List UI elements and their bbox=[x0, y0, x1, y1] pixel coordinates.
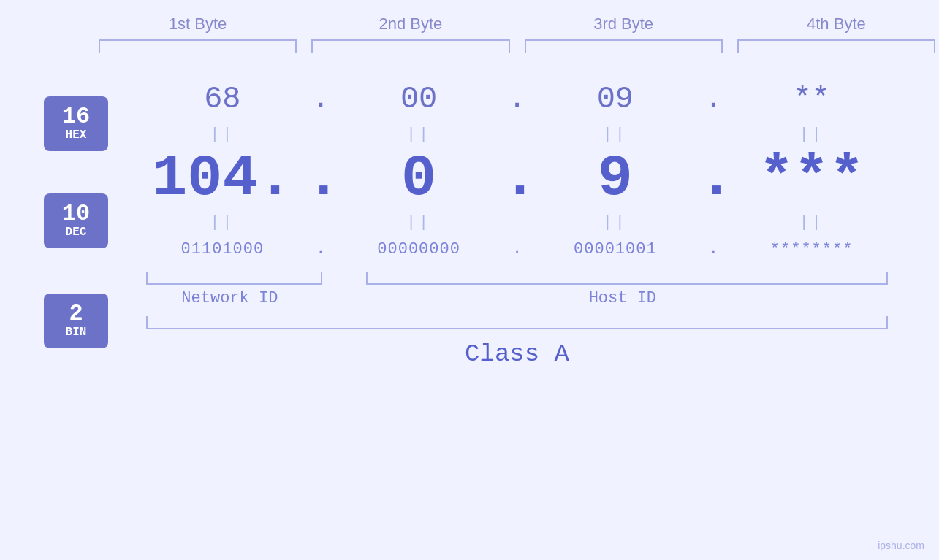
hex-b3: 09 bbox=[532, 74, 699, 124]
dec-b2: 0 bbox=[335, 146, 503, 212]
hex-d2: . bbox=[503, 74, 532, 124]
bin-data-row: 01101000 . 00000000 . 00001001 . *******… bbox=[139, 233, 895, 266]
eq2-b2: || bbox=[335, 213, 503, 231]
bracket-b4 bbox=[737, 39, 935, 53]
bracket-b1 bbox=[99, 39, 297, 53]
byte3-header: 3rd Byte bbox=[532, 15, 715, 39]
eq1-b2: || bbox=[335, 126, 503, 144]
eq2-b4: || bbox=[728, 213, 895, 231]
bin-b3: 00001001 bbox=[532, 233, 699, 266]
rows-area: 68 . 00 . 09 . ** || || || || 104. bbox=[139, 74, 895, 368]
bracket-b3 bbox=[525, 39, 723, 53]
top-brackets bbox=[91, 39, 939, 53]
dec-b1: 104. bbox=[139, 146, 306, 212]
eq1-b4: || bbox=[728, 126, 895, 144]
badges-col: 16 HEX 10 DEC 2 BIN bbox=[44, 74, 124, 368]
class-label: Class A bbox=[139, 340, 895, 368]
dec-data-row: 104. . 0 . 9 . *** bbox=[139, 145, 895, 212]
hex-d3: . bbox=[699, 74, 728, 124]
hex-data-row: 68 . 00 . 09 . ** bbox=[139, 74, 895, 124]
watermark: ipshu.com bbox=[878, 540, 924, 551]
eq2-b1: || bbox=[139, 213, 306, 231]
dec-d1: . bbox=[306, 145, 335, 212]
full-layout: 16 HEX 10 DEC 2 BIN 68 . 00 . 09 bbox=[44, 74, 895, 368]
byte2-header: 2nd Byte bbox=[319, 15, 502, 39]
bin-b1: 01101000 bbox=[139, 233, 306, 266]
inner-bracket-b1 bbox=[146, 272, 322, 285]
inner-bracket-b234 bbox=[366, 272, 888, 285]
eq1-b3: || bbox=[532, 126, 699, 144]
dec-b4: *** bbox=[728, 146, 895, 212]
host-id-label: Host ID bbox=[350, 289, 895, 307]
dec-d3: . bbox=[699, 145, 728, 212]
bin-b4: ******** bbox=[728, 233, 895, 266]
outer-bracket-row bbox=[139, 316, 895, 329]
main-container: 1st Byte 2nd Byte 3rd Byte 4th Byte 16 H… bbox=[0, 0, 939, 560]
dec-b3: 9 bbox=[532, 146, 699, 212]
eq1-b1: || bbox=[139, 126, 306, 144]
dec-d2: . bbox=[503, 145, 532, 212]
network-id-label: Network ID bbox=[139, 289, 321, 307]
eq-row-2: || || || || bbox=[139, 212, 895, 233]
outer-bracket bbox=[146, 316, 888, 329]
byte1-header: 1st Byte bbox=[106, 15, 289, 39]
hex-b4: ** bbox=[728, 74, 895, 124]
hex-badge: 16 HEX bbox=[44, 96, 108, 151]
eq2-b3: || bbox=[532, 213, 699, 231]
header-row: 1st Byte 2nd Byte 3rd Byte 4th Byte bbox=[91, 15, 939, 39]
bracket-b2 bbox=[311, 39, 509, 53]
hex-d1: . bbox=[306, 74, 335, 124]
hex-b2: 00 bbox=[335, 74, 503, 124]
bin-d1: . bbox=[306, 240, 335, 258]
hex-b1: 68 bbox=[139, 74, 306, 124]
eq-row-1: || || || || bbox=[139, 124, 895, 145]
bin-d2: . bbox=[503, 240, 532, 258]
id-labels: Network ID Host ID bbox=[139, 289, 895, 307]
dec-badge: 10 DEC bbox=[44, 193, 108, 248]
byte4-header: 4th Byte bbox=[745, 15, 928, 39]
bottom-inner-brackets bbox=[139, 272, 895, 285]
bin-badge: 2 BIN bbox=[44, 294, 108, 348]
bin-d3: . bbox=[699, 240, 728, 258]
bin-b2: 00000000 bbox=[335, 233, 503, 266]
